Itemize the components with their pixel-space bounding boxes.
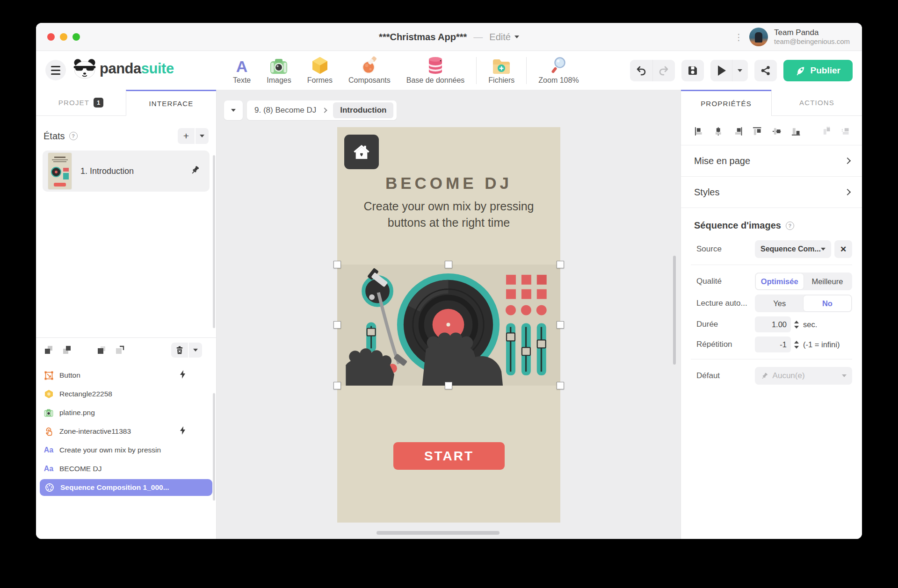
share-button[interactable] [754, 60, 777, 81]
decrement-icon[interactable] [794, 346, 799, 349]
layer-platine[interactable]: platine.png [36, 403, 216, 422]
publish-button[interactable]: Publier [783, 60, 853, 81]
default-dropdown[interactable]: Aucun(e) [755, 367, 852, 385]
state-item-introduction[interactable]: 1. Introduction [43, 151, 210, 192]
text-layer-icon: Aa [43, 465, 55, 473]
insert-tools: A Texte Images [225, 51, 587, 90]
align-left-icon[interactable] [694, 126, 704, 136]
app-preview[interactable]: BECOME DJ Create your own mix by pressin… [337, 127, 560, 523]
align-top-icon[interactable] [752, 126, 762, 136]
help-icon[interactable]: ? [69, 132, 78, 140]
increment-icon[interactable] [794, 341, 799, 344]
camera-icon [270, 58, 288, 74]
tool-formes[interactable]: Formes [299, 57, 340, 85]
tool-composants[interactable]: Composants [340, 57, 398, 85]
redo-button[interactable] [652, 60, 675, 81]
chevron-down-icon [193, 349, 198, 351]
chevron-down-icon [514, 36, 519, 38]
distribute-horizontal-icon[interactable] [841, 126, 851, 136]
autoplay-no-option[interactable]: No [804, 295, 851, 311]
canvas-horizontal-scrollbar[interactable] [377, 531, 500, 535]
autoplay-yes-option[interactable]: Yes [756, 295, 804, 311]
screen-selector-button[interactable] [224, 100, 243, 120]
tab-projet[interactable]: PROJET 1 [36, 90, 126, 116]
increment-icon[interactable] [794, 321, 799, 323]
state-options-button[interactable] [196, 128, 209, 144]
tool-base-de-donnees[interactable]: Base de données [398, 57, 473, 85]
duration-input[interactable]: 1.00 [755, 316, 791, 332]
resize-handle-ne[interactable] [557, 261, 564, 268]
repeat-input[interactable]: -1 [755, 337, 791, 352]
clear-source-button[interactable]: ✕ [834, 240, 852, 258]
interactive-zone-icon [43, 427, 55, 436]
start-button[interactable]: START [393, 442, 505, 470]
edit-status-dropdown[interactable]: Edité [489, 32, 519, 43]
bring-to-front-icon[interactable] [115, 345, 125, 355]
decrement-icon[interactable] [794, 326, 799, 329]
home-button[interactable] [344, 135, 379, 169]
add-state-button[interactable]: + [178, 128, 195, 144]
preview-play-button[interactable] [710, 60, 732, 81]
undo-button[interactable] [630, 60, 652, 81]
align-bottom-icon[interactable] [791, 126, 801, 136]
chevron-down-icon [231, 109, 236, 112]
layer-rectangle[interactable]: Rectangle22258 [36, 385, 216, 403]
account-menu-icon[interactable]: ⋮ [734, 32, 743, 43]
bring-forward-icon[interactable] [62, 345, 72, 355]
hamburger-menu-button[interactable] [45, 60, 66, 80]
layer-zone-interactive[interactable]: Zone-interactive11383 [36, 422, 216, 441]
tool-images[interactable]: Images [259, 57, 299, 85]
brand-logo[interactable]: pandasuite [72, 58, 174, 79]
tab-interface[interactable]: INTERFACE [126, 90, 216, 116]
selected-sequence-element[interactable] [337, 265, 560, 386]
align-center-horizontal-icon[interactable] [713, 126, 723, 136]
tab-proprietes[interactable]: PROPRIÉTÉS [681, 90, 771, 116]
resize-handle-s[interactable] [445, 382, 452, 389]
source-dropdown[interactable]: Sequence Com... [755, 240, 831, 258]
avatar[interactable] [749, 28, 768, 46]
state-label: 1. Introduction [80, 166, 134, 176]
layer-sequence-composition[interactable]: Sequence Composition 1_000... [40, 479, 212, 496]
text-tool-icon: A [236, 58, 248, 74]
help-icon[interactable]: ? [786, 222, 794, 230]
canvas[interactable]: 9. (8) Become DJ Introduction BECOME DJ [217, 90, 681, 539]
breadcrumb-state[interactable]: Introduction [333, 102, 393, 118]
sidebar-tabs: PROJET 1 INTERFACE [36, 90, 216, 116]
delete-options-button[interactable] [189, 343, 202, 358]
layer-text-create-mix[interactable]: Aa Create your own mix by pressin [36, 441, 216, 459]
send-to-back-icon[interactable] [96, 345, 107, 355]
delete-layer-button[interactable] [171, 343, 188, 358]
send-backward-icon[interactable] [43, 345, 54, 355]
duration-unit: sec. [803, 320, 817, 329]
tool-texte[interactable]: A Texte [225, 57, 259, 85]
preview-options-button[interactable] [732, 60, 748, 81]
resize-handle-e[interactable] [557, 321, 564, 329]
resize-handle-w[interactable] [333, 321, 341, 329]
section-mise-en-page[interactable]: Mise en page [681, 145, 862, 177]
alignment-toolbar [681, 116, 862, 145]
canvas-vertical-scrollbar[interactable] [673, 256, 676, 365]
layers-scrollbar[interactable] [213, 393, 215, 501]
breadcrumb-screen[interactable]: 9. (8) Become DJ [254, 106, 316, 115]
distribute-vertical-icon[interactable] [821, 126, 831, 136]
align-right-icon[interactable] [733, 126, 743, 136]
pin-icon[interactable] [190, 165, 200, 177]
quality-optimisee-option[interactable]: Optimisée [756, 273, 804, 289]
tool-fichiers[interactable]: Fichiers [480, 57, 522, 85]
resize-handle-se[interactable] [557, 382, 564, 389]
tab-actions[interactable]: ACTIONS [771, 90, 862, 116]
toolbar: pandasuite A Texte [36, 51, 862, 90]
resize-handle-sw[interactable] [333, 382, 341, 389]
quality-meilleure-option[interactable]: Meilleure [804, 273, 851, 289]
align-center-vertical-icon[interactable] [772, 126, 782, 136]
etats-scrollbar[interactable] [213, 155, 215, 328]
save-button[interactable] [681, 60, 704, 81]
tool-zoom[interactable]: Zoom 108% [530, 57, 587, 85]
layer-button[interactable]: Button [36, 366, 216, 385]
etats-title: États ? [43, 131, 78, 142]
layer-text-become-dj[interactable]: Aa BECOME DJ [36, 459, 216, 478]
resize-handle-nw[interactable] [333, 261, 341, 268]
resize-handle-n[interactable] [445, 261, 452, 268]
pin-icon [760, 372, 768, 380]
section-styles[interactable]: Styles [681, 177, 862, 208]
